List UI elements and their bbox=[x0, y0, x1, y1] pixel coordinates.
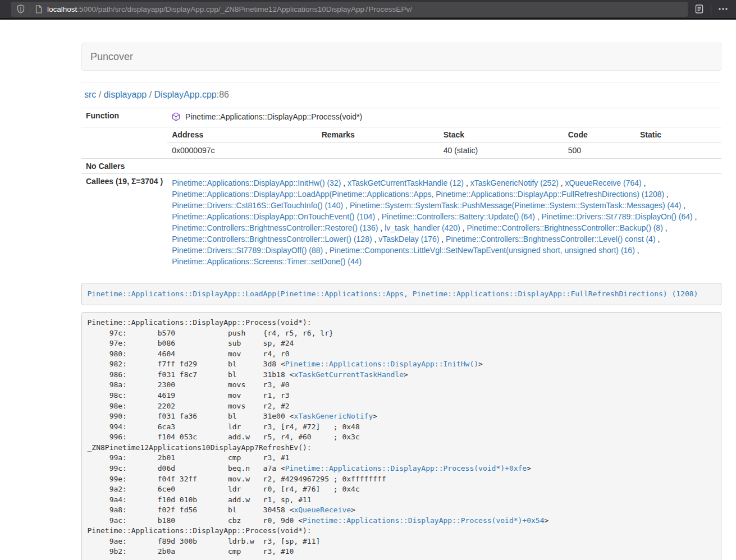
callee-link[interactable]: vTaskDelay (176) bbox=[378, 235, 439, 244]
callees-list: Pinetime::Applications::DisplayApp::Init… bbox=[167, 174, 721, 271]
callee-link[interactable]: Pinetime::Drivers::Cst816S::GetTouchInfo… bbox=[172, 201, 343, 210]
column-remarks: Remarks bbox=[317, 127, 439, 143]
callee-separator: , bbox=[664, 190, 669, 199]
url-text[interactable]: localhost:5000/path/src/displayapp/Displ… bbox=[47, 5, 412, 13]
reader-mode-icon[interactable] bbox=[694, 4, 704, 14]
function-label: Function bbox=[81, 108, 167, 127]
stack-value: 40 (static) bbox=[439, 143, 564, 159]
static-value bbox=[636, 143, 721, 159]
callee-separator: , bbox=[663, 223, 668, 232]
column-address: Address bbox=[167, 127, 317, 143]
callee-separator: , bbox=[693, 212, 697, 221]
no-callers-label: No Callers bbox=[81, 159, 167, 174]
callee-separator: , bbox=[460, 223, 467, 232]
callee-separator: , bbox=[559, 178, 565, 187]
callee-link[interactable]: Pinetime::Applications::DisplayApp::Load… bbox=[172, 190, 664, 199]
toolbar-divider bbox=[711, 4, 711, 14]
metrics-header-row: Address Remarks Stack Code Static bbox=[167, 127, 721, 143]
asm-symbol-link[interactable]: xTaskGenericNotify bbox=[294, 412, 373, 420]
function-row: Function Pinetime::Applications::Display… bbox=[81, 108, 721, 127]
metrics-table: Address Remarks Stack Code Static 0x0000… bbox=[167, 127, 721, 158]
callee-separator: , bbox=[681, 201, 685, 210]
callee-link[interactable]: xTaskGetCurrentTaskHandle (12) bbox=[348, 178, 464, 187]
callees-label: Callees (19, Σ=3704 ) bbox=[81, 174, 167, 271]
no-callers-empty-cell bbox=[167, 159, 721, 174]
column-static: Static bbox=[636, 127, 721, 143]
column-stack: Stack bbox=[439, 127, 564, 143]
callee-link[interactable]: Pinetime::System::SystemTask::PushMessag… bbox=[350, 201, 682, 210]
callee-link[interactable]: Pinetime::Controllers::BrightnessControl… bbox=[172, 235, 372, 244]
callee-link[interactable]: xQueueReceive (764) bbox=[565, 178, 642, 187]
column-code: Code bbox=[564, 127, 636, 143]
callee-link[interactable]: lv_task_handler (420) bbox=[385, 223, 460, 232]
callee-separator: , bbox=[642, 178, 646, 187]
loadapp-snippet: Pinetime::Applications::DisplayApp::Load… bbox=[81, 283, 721, 305]
address-value: 0x0000097c bbox=[167, 143, 317, 159]
callee-link[interactable]: Pinetime::Applications::DisplayApp::OnTo… bbox=[172, 212, 375, 221]
divider-rule bbox=[81, 82, 721, 83]
urlbar-divider bbox=[30, 4, 30, 14]
callee-separator: , bbox=[323, 246, 330, 255]
assembly-listing: Pinetime::Applications::DisplayApp::Proc… bbox=[81, 312, 721, 560]
asm-symbol-link[interactable]: xTaskGetCurrentTaskHandle bbox=[294, 370, 404, 379]
callee-separator: , bbox=[439, 235, 446, 244]
browser-toolbar: localhost:5000/path/src/displayapp/Displ… bbox=[0, 0, 736, 20]
callee-link[interactable]: Pinetime::Controllers::BrightnessControl… bbox=[467, 223, 662, 232]
callee-link[interactable]: Pinetime::Controllers::BrightnessControl… bbox=[446, 235, 655, 244]
code-value: 500 bbox=[564, 143, 636, 159]
metrics-value-row: 0x0000097c 40 (static) 500 bbox=[167, 143, 721, 159]
navbar: Puncover bbox=[81, 43, 721, 71]
breadcrumb-file-link[interactable]: DisplayApp.cpp bbox=[154, 90, 217, 99]
asm-symbol-link[interactable]: Pinetime::Applications::DisplayApp::Proc… bbox=[285, 464, 527, 472]
callee-separator: , bbox=[341, 178, 348, 187]
callee-separator: , bbox=[635, 246, 639, 255]
callee-link[interactable]: Pinetime::Drivers::St7789::DisplayOff() … bbox=[172, 246, 323, 255]
shield-icon[interactable] bbox=[17, 4, 25, 13]
breadcrumb-src-link[interactable]: src bbox=[84, 90, 96, 99]
callee-link[interactable]: Pinetime::Controllers::Battery::Update()… bbox=[382, 212, 535, 221]
callee-link[interactable]: Pinetime::Controllers::BrightnessControl… bbox=[172, 223, 378, 232]
more-menu-icon[interactable] bbox=[718, 7, 728, 11]
cube-icon bbox=[172, 114, 182, 123]
function-table: Function Pinetime::Applications::Display… bbox=[81, 108, 721, 270]
callee-separator: , bbox=[656, 235, 660, 244]
no-callers-row: No Callers bbox=[81, 159, 721, 174]
asm-symbol-link[interactable]: Pinetime::Applications::DisplayApp::Proc… bbox=[303, 516, 544, 525]
callee-link[interactable]: Pinetime::Components::LittleVgl::SetNewT… bbox=[330, 246, 635, 255]
url-bar[interactable]: localhost:5000/path/src/displayapp/Displ… bbox=[11, 2, 688, 17]
callees-row: Callees (19, Σ=3704 ) Pinetime::Applicat… bbox=[81, 174, 721, 271]
callee-separator: , bbox=[464, 178, 470, 187]
asm-symbol-link[interactable]: Pinetime::Applications::DisplayApp::Init… bbox=[285, 360, 478, 368]
callee-separator: , bbox=[535, 212, 542, 221]
callee-link[interactable]: xTaskGenericNotify (252) bbox=[470, 178, 559, 187]
content-container: Puncover src / displayapp / DisplayApp.c… bbox=[81, 43, 721, 560]
breadcrumb-separator: / bbox=[149, 90, 152, 99]
metrics-row: Address Remarks Stack Code Static 0x0000… bbox=[81, 127, 721, 159]
page-icon[interactable] bbox=[35, 5, 42, 13]
callee-link[interactable]: Pinetime::Applications::DisplayApp::Init… bbox=[172, 178, 341, 187]
remarks-value bbox=[317, 143, 439, 159]
breadcrumb-line-number: :86 bbox=[217, 90, 229, 99]
function-name: Pinetime::Applications::DisplayApp::Proc… bbox=[185, 112, 362, 121]
callee-link[interactable]: Pinetime::Applications::Screens::Timer::… bbox=[172, 257, 362, 266]
callee-separator: , bbox=[378, 223, 385, 232]
url-host: localhost bbox=[47, 5, 77, 13]
breadcrumb-displayapp-link[interactable]: displayapp bbox=[104, 90, 147, 99]
metrics-row-spacer bbox=[81, 127, 167, 159]
callee-separator: , bbox=[343, 201, 350, 210]
breadcrumb-separator: / bbox=[99, 90, 101, 99]
url-path: :5000/path/src/displayapp/DisplayApp.cpp… bbox=[77, 5, 412, 13]
brand-link[interactable]: Puncover bbox=[82, 51, 141, 63]
asm-symbol-link[interactable]: xQueueReceive bbox=[294, 506, 351, 514]
breadcrumb: src / displayapp / DisplayApp.cpp:86 bbox=[84, 89, 721, 100]
loadapp-snippet-link[interactable]: Pinetime::Applications::DisplayApp::Load… bbox=[88, 290, 698, 298]
callee-separator: , bbox=[372, 235, 379, 244]
callee-link[interactable]: Pinetime::Drivers::St7789::DisplayOn() (… bbox=[542, 212, 693, 221]
callee-separator: , bbox=[375, 212, 382, 221]
